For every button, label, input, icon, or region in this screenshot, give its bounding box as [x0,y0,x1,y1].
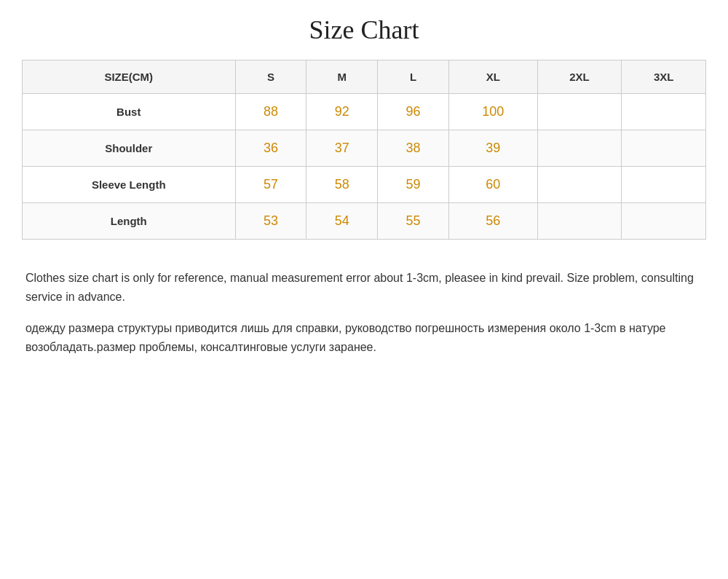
row-2-col-5 [622,167,706,203]
row-0-col-2: 96 [378,94,449,130]
table-header-row: SIZE(CM)SMLXL2XL3XL [23,60,706,94]
row-0-col-5 [622,94,706,130]
row-1-col-1: 37 [306,130,378,167]
row-0-col-4 [537,94,622,130]
row-label-0: Bust [23,94,236,130]
row-1-col-0: 36 [235,130,306,167]
row-3-col-0: 53 [235,203,306,240]
disclaimer-russian: одежду размера структуры приводится лишь… [25,319,703,356]
header-col-4: XL [448,60,537,94]
row-0-col-3: 100 [448,94,537,130]
header-col-5: 2XL [537,60,622,94]
row-1-col-2: 38 [378,130,449,167]
row-3-col-2: 55 [378,203,449,240]
row-3-col-1: 54 [306,203,378,240]
row-2-col-2: 59 [378,167,449,203]
row-2-col-1: 58 [306,167,378,203]
row-0-col-1: 92 [306,94,378,130]
row-3-col-5 [622,203,706,240]
row-label-2: Sleeve Length [23,167,236,203]
row-1-col-4 [537,130,622,167]
row-2-col-0: 57 [235,167,306,203]
header-col-2: M [306,60,378,94]
header-col-6: 3XL [622,60,706,94]
row-label-3: Length [23,203,236,240]
disclaimer-section: Clothes size chart is only for reference… [22,269,706,356]
row-1-col-3: 39 [448,130,537,167]
header-col-3: L [378,60,449,94]
row-3-col-3: 56 [448,203,537,240]
table-row: Length53545556 [23,203,706,240]
header-col-0: SIZE(CM) [23,60,236,94]
row-3-col-4 [537,203,622,240]
page-title: Size Chart [22,15,706,45]
size-chart-table: SIZE(CM)SMLXL2XL3XL Bust889296100Shoulde… [22,60,706,240]
table-row: Shoulder36373839 [23,130,706,167]
row-1-col-5 [622,130,706,167]
row-0-col-0: 88 [235,94,306,130]
row-2-col-4 [537,167,622,203]
row-2-col-3: 60 [448,167,537,203]
row-label-1: Shoulder [23,130,236,167]
header-col-1: S [235,60,306,94]
disclaimer-english: Clothes size chart is only for reference… [25,269,703,306]
table-row: Sleeve Length57585960 [23,167,706,203]
table-row: Bust889296100 [23,94,706,130]
